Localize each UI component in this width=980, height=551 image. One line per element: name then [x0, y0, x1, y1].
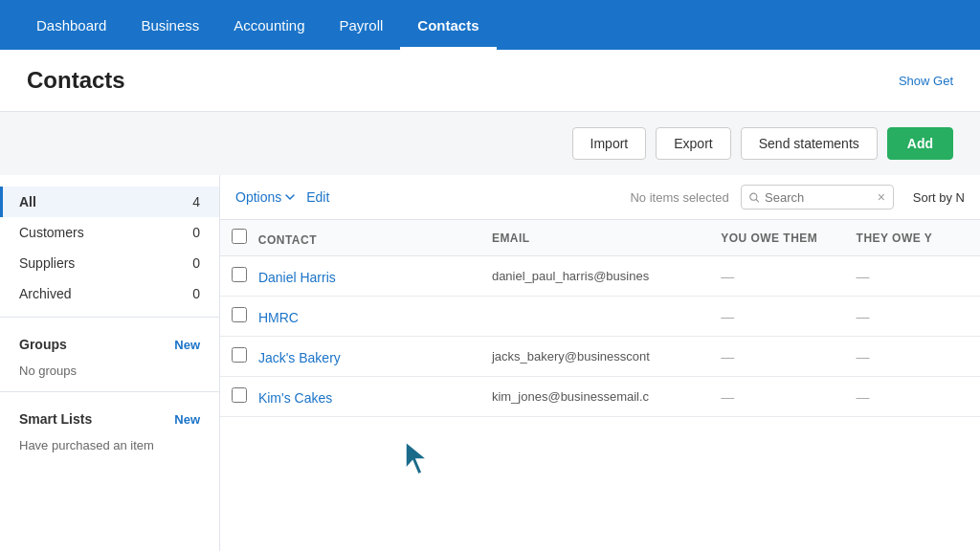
content-toolbar: Options Edit No items selected × Sort by…: [220, 175, 980, 220]
td-theyowe-3: —: [845, 337, 980, 377]
td-youowe-1: —: [709, 256, 844, 297]
sidebar-item-all[interactable]: All 4: [0, 187, 219, 217]
td-email-1: daniel_paul_harris@busines: [480, 256, 709, 297]
td-email-3: jacks_bakery@businesscont: [480, 337, 709, 377]
nav-contacts[interactable]: Contacts: [400, 0, 496, 50]
sidebar-smart-lists-header: Smart Lists New: [0, 400, 219, 432]
contact-link-2[interactable]: HMRC: [258, 310, 299, 325]
sidebar: All 4 Customers 0 Suppliers 0 Archived 0…: [0, 175, 220, 551]
groups-label: Groups: [19, 337, 67, 352]
sidebar-purchased: Have purchased an item: [0, 432, 219, 458]
contacts-table: CONTACT EMAIL YOU OWE THEM THEY OWE Y Da…: [220, 220, 980, 417]
send-statements-button[interactable]: Send statements: [741, 127, 878, 160]
sidebar-divider-1: [0, 317, 219, 318]
sidebar-archived-label: Archived: [19, 286, 71, 301]
nav-dashboard[interactable]: Dashboard: [19, 0, 123, 50]
main-nav: Dashboard Business Accounting Payroll Co…: [0, 0, 980, 50]
sidebar-suppliers-label: Suppliers: [19, 255, 75, 271]
show-get-link[interactable]: Show Get: [899, 74, 953, 88]
export-button[interactable]: Export: [656, 127, 730, 160]
contact-link-4[interactable]: Kim's Cakes: [258, 390, 332, 406]
page-header: Contacts Show Get: [0, 50, 980, 112]
search-icon: [749, 191, 759, 204]
nav-business[interactable]: Business: [123, 0, 216, 50]
sidebar-archived-count: 0: [192, 286, 200, 301]
sidebar-groups-header: Groups New: [0, 325, 219, 358]
svg-line-1: [756, 199, 758, 201]
th-checkbox: CONTACT: [220, 220, 480, 256]
table-header-row: CONTACT EMAIL YOU OWE THEM THEY OWE Y: [220, 220, 980, 256]
row-checkbox-3[interactable]: [232, 347, 247, 363]
sidebar-divider-2: [0, 391, 219, 392]
row-checkbox-2[interactable]: [232, 307, 247, 322]
contacts-table-container: CONTACT EMAIL YOU OWE THEM THEY OWE Y Da…: [220, 220, 980, 551]
td-youowe-3: —: [709, 337, 844, 377]
contact-link-1[interactable]: Daniel Harris: [258, 270, 336, 285]
sidebar-item-archived[interactable]: Archived 0: [0, 278, 219, 309]
td-contact-1: Daniel Harris: [220, 256, 480, 297]
search-box: ×: [741, 185, 894, 209]
td-youowe-2: —: [709, 297, 844, 337]
table-row: Daniel Harris daniel_paul_harris@busines…: [220, 256, 980, 297]
sort-by-label[interactable]: Sort by N: [913, 190, 965, 205]
groups-new-link[interactable]: New: [174, 338, 200, 352]
sidebar-customers-label: Customers: [19, 225, 84, 240]
action-toolbar: Import Export Send statements Add: [0, 112, 980, 175]
td-theyowe-2: —: [845, 297, 980, 337]
th-contact-label: CONTACT: [258, 233, 317, 247]
td-contact-2: HMRC: [220, 297, 480, 337]
select-all-checkbox[interactable]: [232, 229, 247, 244]
td-email-2: [480, 297, 709, 337]
row-checkbox-1[interactable]: [232, 267, 247, 282]
contacts-content: Options Edit No items selected × Sort by…: [220, 175, 980, 551]
th-email: EMAIL: [480, 220, 709, 256]
nav-accounting[interactable]: Accounting: [216, 0, 322, 50]
th-you-owe: YOU OWE THEM: [709, 220, 844, 256]
main-layout: All 4 Customers 0 Suppliers 0 Archived 0…: [0, 175, 980, 551]
th-they-owe: THEY OWE Y: [845, 220, 980, 256]
nav-bar: Dashboard Business Accounting Payroll Co…: [0, 0, 980, 50]
options-label: Options: [235, 189, 281, 205]
td-theyowe-1: —: [845, 256, 980, 297]
sidebar-item-suppliers[interactable]: Suppliers 0: [0, 248, 219, 278]
search-input[interactable]: [765, 190, 872, 205]
sidebar-suppliers-count: 0: [192, 255, 200, 271]
sidebar-customers-count: 0: [192, 225, 200, 240]
sidebar-item-customers[interactable]: Customers 0: [0, 217, 219, 248]
no-items-label: No items selected: [630, 190, 728, 205]
nav-payroll[interactable]: Payroll: [322, 0, 400, 50]
search-clear-icon[interactable]: ×: [878, 189, 885, 205]
row-checkbox-4[interactable]: [232, 387, 247, 403]
contact-link-3[interactable]: Jack's Bakery: [258, 350, 341, 365]
smart-lists-label: Smart Lists: [19, 411, 92, 427]
sidebar-no-groups: No groups: [0, 358, 219, 384]
table-row: Kim's Cakes kim_jones@businessemail.c — …: [220, 377, 980, 417]
table-row: HMRC — —: [220, 297, 980, 337]
sidebar-all-count: 4: [192, 194, 200, 209]
table-row: Jack's Bakery jacks_bakery@businesscont …: [220, 337, 980, 377]
td-youowe-4: —: [709, 377, 844, 417]
import-button[interactable]: Import: [572, 127, 647, 160]
page-title: Contacts: [27, 67, 125, 94]
options-dropdown[interactable]: Options: [235, 189, 295, 205]
td-theyowe-4: —: [845, 377, 980, 417]
td-email-4: kim_jones@businessemail.c: [480, 377, 709, 417]
chevron-down-icon: [285, 192, 295, 202]
sidebar-all-label: All: [19, 194, 36, 209]
td-contact-4: Kim's Cakes: [220, 377, 480, 417]
add-button[interactable]: Add: [887, 127, 953, 160]
smart-lists-new-link[interactable]: New: [174, 412, 200, 427]
td-contact-3: Jack's Bakery: [220, 337, 480, 377]
edit-button[interactable]: Edit: [306, 189, 329, 205]
